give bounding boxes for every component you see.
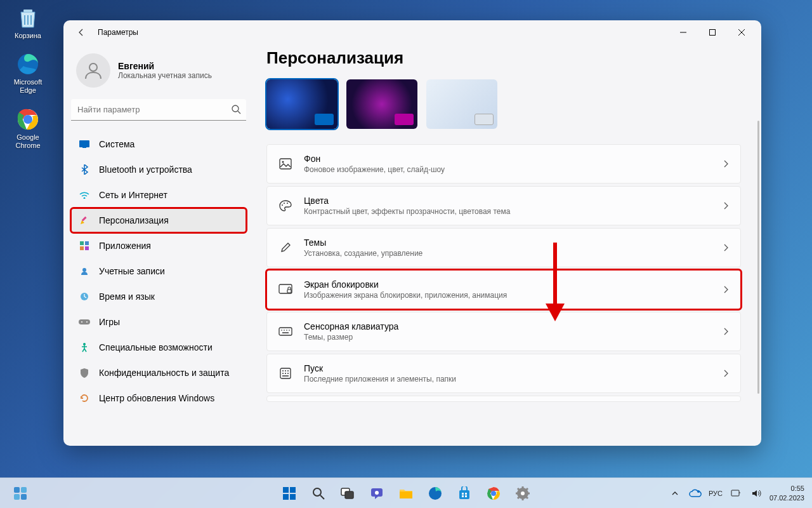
nav-bluetooth[interactable]: Bluetooth и устройства [71,157,246,182]
desktop-icons: Корзина Microsoft Edge Google Chrome [5,5,51,150]
onedrive-icon[interactable] [688,489,702,498]
svg-rect-65 [465,495,467,497]
card-cut [266,396,741,402]
svg-point-38 [282,370,284,371]
nav-apps[interactable]: Приложения [71,234,246,258]
store-button[interactable] [452,481,477,506]
minimize-button[interactable] [669,22,698,43]
user-subtitle: Локальная учетная запись [118,71,212,80]
search-icon [231,104,241,114]
desktop-icon-chrome[interactable]: Google Chrome [5,107,51,150]
card-lockscreen[interactable]: Экран блокировкиИзображения экрана блоки… [266,270,741,309]
nav-accessibility[interactable]: Специальные возможности [71,335,246,359]
svg-rect-30 [287,290,291,293]
nav-network[interactable]: Сеть и Интернет [71,183,246,207]
task-view-button[interactable] [335,481,360,506]
svg-point-41 [282,373,284,374]
taskbar-search[interactable] [306,481,331,506]
svg-rect-24 [280,159,291,169]
clock[interactable]: 0:55 07.02.2023 [769,484,804,502]
volume-tray-icon[interactable] [749,489,763,498]
user-section[interactable]: Евгений Локальная учетная запись [71,44,246,99]
image-icon [278,157,292,171]
scrollbar[interactable] [757,121,759,394]
svg-rect-47 [14,494,20,500]
svg-rect-13 [82,217,87,222]
close-button[interactable] [727,22,756,43]
window-title: Параметры [98,28,138,37]
search-box[interactable] [71,99,246,121]
theme-thumb-1[interactable] [266,79,337,129]
start-button[interactable] [277,481,302,506]
svg-rect-79 [731,490,739,496]
nav-time[interactable]: Время и язык [71,284,246,309]
back-button[interactable] [75,26,88,39]
svg-rect-6 [710,30,716,36]
svg-rect-17 [85,246,89,250]
svg-point-21 [81,321,82,323]
svg-point-8 [232,105,239,112]
card-themes[interactable]: ТемыУстановка, создание, управление [266,228,741,267]
nav-update[interactable]: Центр обновления Windows [71,386,246,410]
svg-rect-0 [23,10,32,12]
settings-window: Параметры Евгений Локальная учетная запи… [63,20,761,446]
accessibility-icon [79,342,90,353]
nav-privacy[interactable]: Конфиденциальность и защита [71,361,246,385]
tray-overflow[interactable] [668,491,682,496]
taskbar-center [277,481,535,506]
chrome-icon [15,107,41,132]
svg-line-75 [526,497,528,498]
chevron-right-icon [724,244,729,251]
svg-point-18 [82,268,86,272]
svg-point-28 [287,203,288,204]
svg-point-42 [285,373,286,374]
card-background[interactable]: ФонФоновое изображение, цвет, слайд-шоу [266,144,741,184]
card-start[interactable]: ПускПоследние приложения и элементы, пап… [266,354,741,393]
svg-rect-46 [21,487,27,493]
main-content: Персонализация ФонФоновое изображение, ц… [254,44,761,446]
nav-gaming[interactable]: Игры [71,310,246,334]
lang-indicator[interactable]: РУС [709,490,723,497]
nav-personalization[interactable]: Персонализация [71,208,246,232]
desktop-icon-edge[interactable]: Microsoft Edge [5,51,51,95]
maximize-button[interactable] [698,22,727,43]
accounts-icon [79,265,90,277]
svg-rect-64 [462,495,464,497]
theme-thumb-2[interactable] [346,79,417,129]
svg-rect-45 [14,487,20,493]
chat-button[interactable] [364,481,390,506]
theme-thumb-3[interactable] [426,79,497,129]
brush-icon [278,241,292,255]
svg-line-9 [238,111,240,114]
nav-accounts[interactable]: Учетные записи [71,259,246,283]
card-touchkeyboard[interactable]: Сенсорная клавиатураТемы, размер [266,312,741,351]
nav-system[interactable]: Система [71,132,246,156]
svg-point-23 [83,343,86,345]
svg-point-69 [521,491,525,495]
network-tray-icon[interactable] [729,489,743,498]
svg-point-67 [491,491,496,496]
explorer-button[interactable] [393,481,419,506]
svg-line-74 [518,488,520,490]
apps-icon [79,240,90,251]
chrome-taskbar[interactable] [481,481,506,506]
chevron-right-icon [724,370,729,377]
page-title: Персонализация [266,48,741,68]
desktop-icon-recycle[interactable]: Корзина [5,5,51,40]
chevron-right-icon [724,160,729,168]
svg-rect-49 [283,487,289,493]
edge-taskbar[interactable] [422,481,448,506]
svg-point-22 [86,321,88,323]
card-colors[interactable]: ЦветаКонтрастный цвет, эффекты прозрачно… [266,186,741,225]
search-input[interactable] [71,99,246,121]
svg-point-27 [284,203,285,204]
settings-taskbar[interactable] [510,481,535,506]
widgets-button[interactable] [8,481,33,506]
svg-rect-20 [79,319,90,324]
svg-rect-52 [290,494,296,500]
svg-point-78 [697,490,700,493]
svg-rect-62 [462,493,464,495]
edge-icon [15,51,41,77]
svg-rect-51 [283,494,289,500]
svg-rect-50 [290,487,296,493]
